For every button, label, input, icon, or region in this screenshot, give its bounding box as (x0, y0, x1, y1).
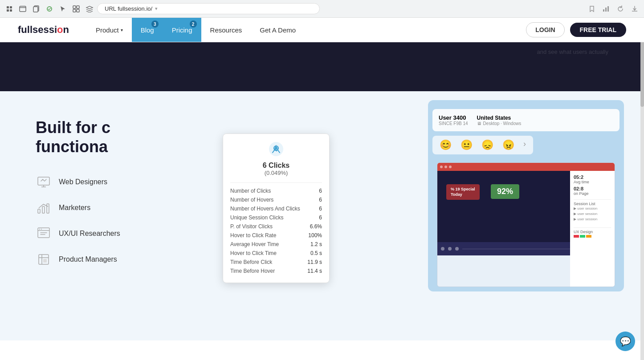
dot-2 (444, 166, 447, 168)
dot-1 (440, 166, 443, 168)
user-since: SINCE F9B 14 (439, 121, 468, 126)
svg-rect-16 (38, 209, 40, 213)
download-icon[interactable] (631, 5, 639, 13)
nav-item-resources[interactable]: Resources (201, 18, 251, 42)
svg-point-21 (41, 229, 42, 230)
popup-value-1: 6 (319, 197, 322, 203)
nav-label-resources: Resources (210, 26, 242, 34)
nav-badge-pricing: 2 (190, 20, 197, 28)
inner-screenshot: % 19 SpecialToday 92% SPECIALOFFERS 05:2… (437, 162, 615, 287)
footer-dot-2 (448, 247, 452, 251)
nav-item-blog[interactable]: 3 Blog (132, 18, 163, 42)
popup-icon (230, 141, 322, 159)
nav-label-pricing: Pricing (172, 26, 192, 34)
main-heading: Built for c functiona (36, 118, 399, 156)
product-managers-icon (36, 251, 52, 267)
audience-label-marketers: Marketers (59, 204, 90, 212)
login-button[interactable]: LOGIN (526, 22, 564, 37)
popup-label-7: Hover to Click Time (230, 250, 277, 256)
popup-row-9: Time Before Hover 11.4 s (230, 267, 322, 275)
popup-row-2: Number of Hovers And Clicks 6 (230, 204, 322, 213)
swatch-green (580, 235, 585, 238)
nav-badge-blog: 3 (151, 20, 159, 28)
inner-sidebar: 05:2 Avg time 02:8 on Page Session List … (570, 171, 615, 287)
svg-rect-3 (10, 9, 12, 12)
sidebar-section-3: UX Design (574, 227, 611, 238)
sidebar-session-items: ▶ user session▶ user session▶ user sessi… (574, 206, 611, 222)
browser-right-icons (588, 5, 639, 13)
emoji-row: 😊 😐 😞 😠 › (432, 136, 533, 154)
chart-icon[interactable] (602, 5, 610, 13)
nav-item-product[interactable]: Product ▾ (87, 18, 132, 42)
svg-rect-12 (603, 9, 604, 12)
browser-toolbar-icons (5, 5, 94, 13)
popup-row-8: Time Before Click 11.9 s (230, 258, 322, 267)
browser-icon-3[interactable] (32, 5, 40, 13)
address-bar[interactable]: URL fullsession.io/ ▾ (97, 3, 320, 14)
nav-item-get-demo[interactable]: Get A Demo (251, 18, 305, 42)
audience-item-web-designers: Web Designers (36, 174, 399, 190)
nav-label-get-demo: Get A Demo (260, 26, 296, 34)
footer-dot-1 (441, 247, 444, 251)
color-swatches (574, 235, 611, 238)
popup-row-6: Average Hover Time 1.2 s (230, 240, 322, 249)
bottom-section: Start using Fullsession Get Started (0, 340, 644, 360)
popup-label-9: Time Before Hover (230, 268, 275, 274)
browser-icon-2[interactable] (19, 5, 27, 13)
popup-value-7: 0.5 s (310, 250, 322, 256)
popup-label-2: Number of Hovers And Clicks (230, 206, 300, 212)
ux-researchers-icon (36, 226, 52, 242)
bookmark-icon[interactable] (588, 5, 596, 13)
popup-value-8: 11.9 s (307, 259, 322, 265)
main-content: Built for c functiona Web Designers (0, 91, 644, 340)
left-panel: Built for c functiona Web Designers (0, 91, 421, 340)
user-name: User 3400 (439, 114, 468, 121)
brand-name: Fullsession (320, 358, 379, 360)
browser-icon-4[interactable] (45, 5, 53, 13)
popup-row-7: Hover to Click Time 0.5 s (230, 249, 322, 258)
chevron-down-icon: ▾ (121, 28, 123, 32)
dot-3 (449, 166, 452, 168)
svg-rect-17 (42, 206, 45, 213)
browser-icon-1[interactable] (5, 5, 13, 13)
site-header: fullsession Product ▾ 3 Blog 2 Pricing R… (0, 18, 644, 42)
sidebar-section-2: Session List ▶ user session▶ user sessio… (574, 199, 611, 222)
footer-dot-3 (455, 247, 459, 251)
free-trial-button[interactable]: FREE TRIAL (570, 23, 626, 37)
scrollbar[interactable] (640, 18, 644, 360)
chat-bubble[interactable]: 💬 (615, 332, 635, 351)
address-arrow: ▾ (155, 6, 158, 12)
popup-value-3: 6 (319, 214, 322, 221)
popup-label-1: Number of Hovers (230, 197, 273, 203)
svg-rect-23 (43, 259, 47, 263)
popup-value-5: 100% (308, 232, 322, 239)
popup-title: 6 Clicks (230, 162, 322, 170)
svg-rect-13 (605, 8, 607, 12)
svg-rect-1 (10, 6, 12, 8)
svg-rect-14 (607, 6, 609, 12)
popup-subtitle: (0.049%) (230, 170, 322, 176)
svg-rect-18 (47, 204, 49, 213)
main-nav: Product ▾ 3 Blog 2 Pricing Resources Get… (87, 18, 305, 42)
popup-value-0: 6 (319, 188, 322, 194)
screenshot-container: User 3400 SINCE F9B 14 United States 🖥 D… (428, 100, 624, 291)
popup-label-6: Average Hover Time (230, 241, 279, 247)
browser-icon-select[interactable] (72, 5, 80, 13)
right-panel: User 3400 SINCE F9B 14 United States 🖥 D… (421, 91, 644, 340)
popup-label-5: Hover to Click Rate (230, 232, 276, 239)
hero-band: and see what users actually (0, 42, 644, 91)
browser-icon-layers[interactable] (86, 5, 94, 13)
svg-rect-0 (7, 6, 9, 8)
emoji-more-icon[interactable]: › (523, 139, 526, 151)
refresh-icon[interactable] (616, 5, 624, 13)
audience-item-marketers: Marketers (36, 200, 399, 216)
nav-item-pricing[interactable]: 2 Pricing (163, 18, 201, 42)
logo[interactable]: fullsession (18, 24, 69, 36)
scrollbar-thumb[interactable] (640, 40, 644, 107)
browser-icon-cursor[interactable] (59, 5, 67, 13)
desktop-icon: 🖥 (477, 121, 481, 126)
popup-label-4: P. of Visitor Clicks (230, 223, 273, 230)
user-info: User 3400 SINCE F9B 14 (439, 114, 468, 126)
user-card: User 3400 SINCE F9B 14 United States 🖥 D… (432, 109, 620, 131)
svg-rect-4 (20, 6, 26, 12)
